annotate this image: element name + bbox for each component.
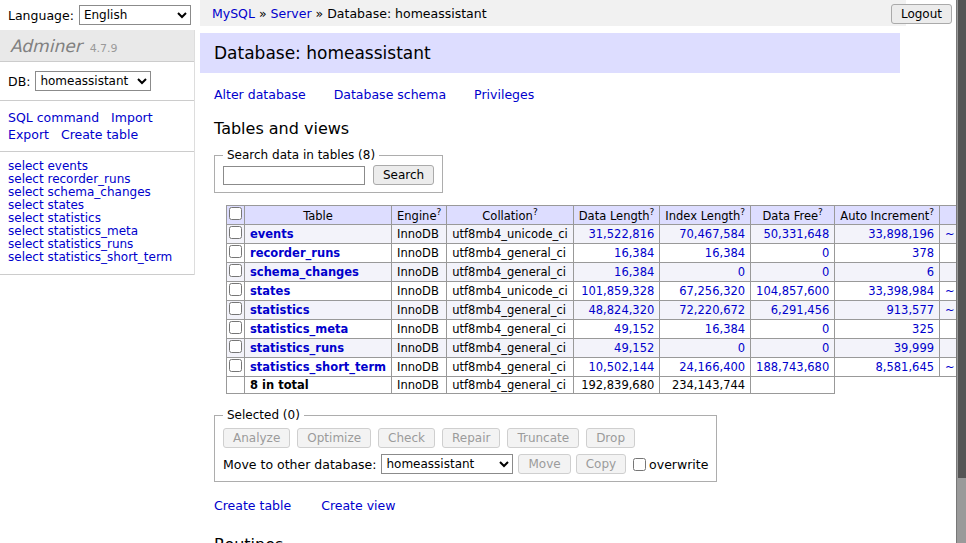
breadcrumb-current: Database: homeassistant — [327, 6, 486, 21]
table-name-link[interactable]: recorder_runs — [250, 246, 340, 260]
operation-button[interactable]: Check — [378, 428, 435, 448]
vertical-scrollbar — [956, 0, 966, 543]
collation-cell: utf8mb4_general_ci — [447, 320, 574, 339]
move-db-select[interactable]: homeassistant — [381, 454, 513, 474]
row-checkbox[interactable] — [229, 226, 242, 239]
data-free-link[interactable]: 0 — [822, 341, 829, 355]
create-table-link[interactable]: Create table — [61, 127, 138, 142]
table-name-link[interactable]: statistics_meta — [250, 322, 348, 336]
create-link[interactable]: Create view — [321, 498, 395, 513]
operation-button[interactable]: Optimize — [297, 428, 371, 448]
operation-button[interactable]: Drop — [586, 428, 635, 448]
data-free-link[interactable]: 188,743,680 — [756, 360, 829, 374]
search-button[interactable]: Search — [373, 165, 434, 185]
table-row: states InnoDB utf8mb4_unicode_ci 101,859… — [227, 282, 966, 301]
table-name-link[interactable]: states — [250, 284, 290, 298]
data-free-link[interactable]: 6,291,456 — [771, 303, 830, 317]
index-length-link[interactable]: 70,467,584 — [679, 227, 745, 241]
data-length-link[interactable]: 101,859,328 — [581, 284, 654, 298]
help-icon[interactable]: ? — [818, 207, 823, 217]
nav-link[interactable]: Alter database — [214, 87, 306, 102]
db-select[interactable]: homeassistant — [35, 71, 151, 91]
data-length-link[interactable]: 16,384 — [614, 246, 654, 260]
index-length-link[interactable]: 0 — [738, 265, 745, 279]
overwrite-checkbox[interactable] — [633, 458, 646, 471]
table-name-link[interactable]: statistics — [250, 303, 310, 317]
total-engine: InnoDB — [392, 377, 447, 394]
row-checkbox[interactable] — [229, 321, 242, 334]
data-length-link[interactable]: 48,824,320 — [588, 303, 654, 317]
row-checkbox[interactable] — [229, 359, 242, 372]
language-select[interactable]: English — [79, 5, 191, 25]
auto-increment-link[interactable]: 913,577 — [886, 303, 934, 317]
data-free-link[interactable]: 0 — [822, 265, 829, 279]
auto-increment-link[interactable]: 6 — [927, 265, 934, 279]
logout-button[interactable]: Logout — [891, 4, 952, 24]
data-length-link[interactable]: 49,152 — [614, 322, 654, 336]
move-button[interactable]: Move — [518, 454, 570, 474]
select-all-checkbox[interactable] — [229, 207, 242, 220]
index-length-link[interactable]: 24,166,400 — [679, 360, 745, 374]
index-length-link[interactable]: 67,256,320 — [679, 284, 745, 298]
data-free-link[interactable]: 0 — [822, 322, 829, 336]
operation-button[interactable]: Truncate — [507, 428, 579, 448]
table-name-link[interactable]: statistics_runs — [250, 341, 344, 355]
column-header: Data Free? — [751, 206, 835, 225]
data-length-link[interactable]: 10,502,144 — [588, 360, 654, 374]
help-icon[interactable]: ? — [650, 207, 655, 217]
index-length-link[interactable]: 16,384 — [705, 322, 745, 336]
data-free-link[interactable]: 0 — [822, 246, 829, 260]
operation-button[interactable]: Repair — [442, 428, 500, 448]
sql-command-link[interactable]: SQL command — [8, 110, 99, 125]
help-icon[interactable]: ? — [929, 207, 934, 217]
collation-cell: utf8mb4_general_ci — [447, 301, 574, 320]
help-icon[interactable]: ? — [533, 207, 538, 217]
help-icon[interactable]: ? — [740, 207, 745, 217]
auto-increment-link[interactable]: 33,398,984 — [868, 284, 934, 298]
row-checkbox[interactable] — [229, 340, 242, 353]
breadcrumb-link-mysql[interactable]: MySQL — [212, 6, 255, 21]
help-icon[interactable]: ? — [436, 207, 441, 217]
row-checkbox[interactable] — [229, 245, 242, 258]
auto-increment-link[interactable]: 39,999 — [894, 341, 934, 355]
engine-cell: InnoDB — [392, 320, 447, 339]
table-name-link[interactable]: schema_changes — [250, 265, 359, 279]
auto-increment-link[interactable]: 33,898,196 — [868, 227, 934, 241]
import-link[interactable]: Import — [111, 110, 153, 125]
engine-cell: InnoDB — [392, 263, 447, 282]
auto-increment-link[interactable]: 378 — [912, 246, 934, 260]
nav-link[interactable]: Database schema — [334, 87, 446, 102]
data-length-link[interactable]: 31,522,816 — [588, 227, 654, 241]
data-free-link[interactable]: 50,331,648 — [763, 227, 829, 241]
engine-cell: InnoDB — [392, 301, 447, 320]
breadcrumb-link-server[interactable]: Server — [271, 6, 312, 21]
export-link[interactable]: Export — [8, 127, 49, 142]
row-checkbox[interactable] — [229, 264, 242, 277]
table-name-link[interactable]: events — [250, 227, 294, 241]
language-label: Language: — [8, 8, 74, 23]
tables-table: Table Engine? Collation? Data Length? In… — [226, 205, 966, 394]
row-checkbox[interactable] — [229, 302, 242, 315]
data-length-link[interactable]: 16,384 — [614, 265, 654, 279]
copy-button[interactable]: Copy — [576, 454, 626, 474]
search-input[interactable] — [223, 166, 365, 185]
selected-legend: Selected (0) — [223, 408, 304, 422]
column-header: Data Length? — [573, 206, 660, 225]
index-length-link[interactable]: 16,384 — [705, 246, 745, 260]
nav-link[interactable]: Privileges — [474, 87, 534, 102]
app-logo: Adminer — [10, 36, 82, 56]
data-length-link[interactable]: 49,152 — [614, 341, 654, 355]
scrollbar-thumb[interactable] — [958, 0, 966, 478]
row-checkbox[interactable] — [229, 283, 242, 296]
engine-cell: InnoDB — [392, 244, 447, 263]
operation-button[interactable]: Analyze — [223, 428, 290, 448]
table-name-link[interactable]: statistics_short_term — [250, 360, 386, 374]
select-all-cell — [227, 206, 245, 225]
auto-increment-link[interactable]: 325 — [912, 322, 934, 336]
auto-increment-link[interactable]: 8,581,645 — [876, 360, 935, 374]
sidebar-table-link[interactable]: select statistics_short_term — [8, 251, 186, 264]
create-link[interactable]: Create table — [214, 498, 291, 513]
data-free-link[interactable]: 104,857,600 — [756, 284, 829, 298]
index-length-link[interactable]: 0 — [738, 341, 745, 355]
index-length-link[interactable]: 72,220,672 — [679, 303, 745, 317]
